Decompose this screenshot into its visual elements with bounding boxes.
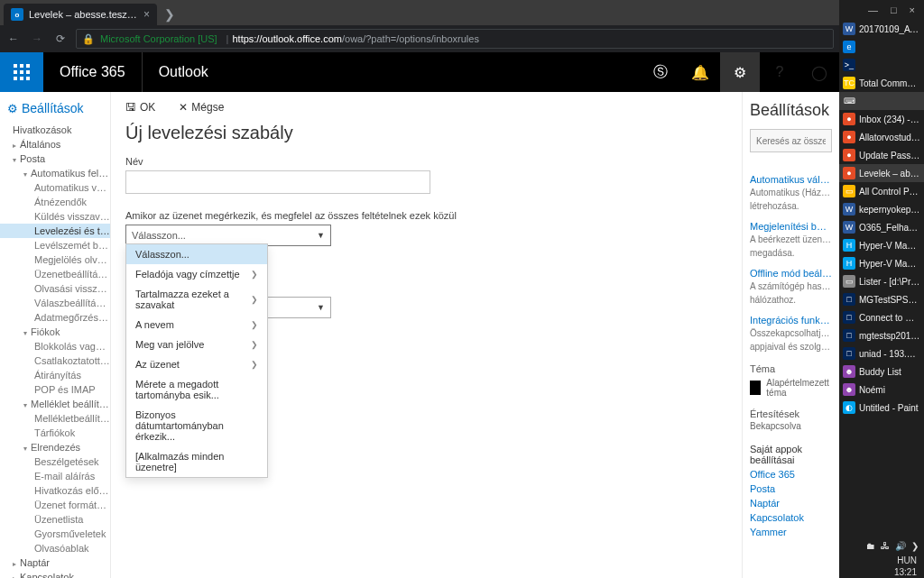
leftnav-item[interactable]: Adatmegőrzési házire bbox=[0, 310, 110, 325]
settings-gear-icon[interactable]: ⚙ bbox=[720, 52, 760, 92]
settings-shortcut-heading[interactable]: Offline mód beállításai bbox=[750, 268, 832, 279]
dropdown-item[interactable]: Meg van jelölve❯ bbox=[126, 335, 267, 354]
maximize-icon[interactable]: □ bbox=[891, 5, 897, 15]
taskbar-item[interactable]: e bbox=[839, 38, 924, 56]
leftnav-item[interactable]: Kapcsolatok bbox=[0, 570, 110, 578]
cancel-button[interactable]: ✕ Mégse bbox=[179, 101, 224, 114]
leftnav-item[interactable]: Olvasóablak bbox=[0, 541, 110, 555]
taskbar-item[interactable]: ◐Untitled - Paint bbox=[839, 399, 924, 417]
account-avatar[interactable]: ◯ bbox=[799, 52, 839, 92]
taskbar-item[interactable]: ☻Buddy List bbox=[839, 362, 924, 381]
leftnav-item[interactable]: Automatikus feldolgozá bbox=[0, 166, 110, 180]
leftnav-item[interactable]: Hivatkozás előnézete bbox=[0, 483, 110, 498]
notifications-icon[interactable]: 🔔 bbox=[680, 52, 720, 92]
leftnav-item[interactable]: Hivatkozások bbox=[0, 123, 110, 137]
leftnav-item[interactable]: Posta bbox=[0, 151, 110, 166]
back-button[interactable]: ← bbox=[5, 32, 22, 45]
leftnav-item[interactable]: Levelezési és takarítá bbox=[0, 224, 110, 238]
taskbar-item[interactable]: □MGTestSPS2016 o... bbox=[839, 290, 924, 308]
leftnav-item[interactable]: Melléklet beállításai bbox=[0, 397, 110, 411]
app-settings-link[interactable]: Office 365 bbox=[750, 469, 832, 480]
taskbar-item[interactable]: WO365_Felhasznalo... bbox=[839, 218, 924, 236]
taskbar-item[interactable]: ☻Noémi bbox=[839, 381, 924, 399]
dropdown-item[interactable]: Válasszon... bbox=[126, 244, 267, 264]
taskbar-item[interactable]: HHyper-V Manager bbox=[839, 254, 924, 272]
leftnav-item[interactable]: Válaszbeállítások bbox=[0, 296, 110, 310]
dropdown-item[interactable]: [Alkalmazás minden üzenetre] bbox=[126, 446, 267, 477]
leftnav-item[interactable]: Fiókok bbox=[0, 325, 110, 339]
tray-icon[interactable]: 🖧 bbox=[881, 541, 890, 551]
taskbar-item[interactable]: ●Levelek – abesse.t... bbox=[839, 164, 924, 182]
leftnav-item[interactable]: POP és IMAP bbox=[0, 382, 110, 397]
suite-brand[interactable]: Office 365 bbox=[43, 52, 143, 92]
leftnav-item[interactable]: Üzenet formátuma bbox=[0, 498, 110, 512]
browser-tab-active[interactable]: o Levelek – abesse.teszt@u × bbox=[4, 4, 157, 25]
app-settings-link[interactable]: Yammer bbox=[750, 527, 832, 537]
taskbar-item[interactable]: HHyper-V Manager bbox=[839, 236, 924, 254]
taskbar-item[interactable]: ●Inbox (234) - mes... bbox=[839, 110, 924, 128]
taskbar-item[interactable]: ⌨ bbox=[839, 92, 924, 110]
suite-app-name[interactable]: Outlook bbox=[143, 64, 225, 80]
leftnav-item[interactable]: Üzenetbeállítások bbox=[0, 267, 110, 281]
new-tab-button[interactable]: ❯ bbox=[157, 7, 182, 25]
leftnav-item[interactable]: Olvasási visszaigazolá bbox=[0, 281, 110, 296]
app-settings-link[interactable]: Naptár bbox=[750, 498, 832, 509]
taskbar-item[interactable]: W20170109_ATE-AB... bbox=[839, 20, 924, 38]
leftnav-item[interactable]: Naptár bbox=[0, 555, 110, 570]
tab-close-icon[interactable]: × bbox=[143, 8, 150, 21]
dropdown-item[interactable]: Tartalmazza ezeket a szavakat❯ bbox=[126, 284, 267, 315]
leftnav-item[interactable]: Elrendezés bbox=[0, 440, 110, 454]
close-window-icon[interactable]: × bbox=[910, 5, 915, 15]
leftnav-item[interactable]: Csatlakoztatott fiókok bbox=[0, 353, 110, 368]
tray-icon[interactable]: 🔊 bbox=[895, 541, 906, 551]
leftnav-item[interactable]: Beszélgetések bbox=[0, 454, 110, 469]
taskbar-item[interactable]: Wkepernyokepek.d... bbox=[839, 200, 924, 218]
taskbar-item[interactable]: ●Állatorvostudom... bbox=[839, 128, 924, 146]
dropdown-item[interactable]: Mérete a megadott tartományba esik... bbox=[126, 374, 267, 405]
leftnav-item[interactable]: Általános bbox=[0, 137, 110, 151]
dropdown-item[interactable]: A nevem❯ bbox=[126, 315, 267, 335]
input-language[interactable]: HUN bbox=[839, 555, 924, 566]
dropdown-item[interactable]: Bizonyos dátumtartományban érkezik... bbox=[126, 405, 267, 446]
app-settings-link[interactable]: Kapcsolatok bbox=[750, 512, 832, 523]
system-tray[interactable]: 🖿🖧🔊❯ bbox=[839, 537, 924, 555]
ok-button[interactable]: 🖫 OK bbox=[125, 101, 155, 114]
options-title[interactable]: ⚙ Beállítások bbox=[0, 97, 110, 123]
leftnav-item[interactable]: Átirányítás bbox=[0, 368, 110, 382]
help-icon[interactable]: ? bbox=[760, 52, 799, 92]
leftnav-item[interactable]: Küldés visszavonása bbox=[0, 209, 110, 224]
taskbar-item[interactable]: ▭Lister - [d:\Projec... bbox=[839, 272, 924, 290]
leftnav-item[interactable]: E-mail aláírás bbox=[0, 469, 110, 483]
taskbar-item[interactable]: >_ bbox=[839, 56, 924, 74]
taskbar-item[interactable]: ▭All Control Panel ... bbox=[839, 182, 924, 200]
taskbar-item[interactable]: TCTotal Commande... bbox=[839, 74, 924, 92]
app-settings-link[interactable]: Posta bbox=[750, 483, 832, 494]
taskbar-item[interactable]: □Connect to MGTe... bbox=[839, 308, 924, 326]
settings-shortcut-heading[interactable]: Automatikus válaszok bbox=[750, 174, 832, 185]
tray-icon[interactable]: 🖿 bbox=[866, 541, 875, 551]
taskbar-item[interactable]: ●Update Password... bbox=[839, 146, 924, 164]
leftnav-item[interactable]: Blokkolás vagy enged bbox=[0, 339, 110, 353]
dropdown-item[interactable]: Feladója vagy címzettje❯ bbox=[126, 264, 267, 284]
leftnav-item[interactable]: Levélszemét bejelenté bbox=[0, 238, 110, 252]
address-bar[interactable]: 🔒 Microsoft Corporation [US] | https://o… bbox=[76, 29, 834, 49]
theme-picker[interactable]: Alapértelmezett téma bbox=[750, 378, 832, 398]
leftnav-item[interactable]: Üzenetlista bbox=[0, 512, 110, 527]
skype-icon[interactable]: Ⓢ bbox=[641, 52, 680, 92]
taskbar-item[interactable]: □mgtestsp2016.de... bbox=[839, 326, 924, 344]
settings-search-input[interactable] bbox=[750, 129, 832, 152]
leftnav-item[interactable]: Átnézendők bbox=[0, 195, 110, 209]
settings-shortcut-heading[interactable]: Megjelenítési beállítások bbox=[750, 221, 832, 232]
leftnav-item[interactable]: Tárfiókok bbox=[0, 426, 110, 440]
leftnav-item[interactable]: Megjelölés olvasottké bbox=[0, 252, 110, 267]
minimize-icon[interactable]: — bbox=[868, 5, 878, 15]
dropdown-item[interactable]: Az üzenet❯ bbox=[126, 354, 267, 374]
rule-name-input[interactable] bbox=[125, 170, 430, 194]
taskbar-item[interactable]: □uniad - 193.6.204... bbox=[839, 344, 924, 362]
settings-shortcut-heading[interactable]: Integrációs funkciók kez bbox=[750, 315, 832, 326]
leftnav-item[interactable]: Automatikus válaszok bbox=[0, 180, 110, 195]
leftnav-item[interactable]: Mellékletbeállítások bbox=[0, 411, 110, 426]
forward-button[interactable]: → bbox=[29, 32, 45, 45]
leftnav-item[interactable]: Gyorsműveletek bbox=[0, 527, 110, 541]
clock[interactable]: 13:21 bbox=[839, 566, 924, 578]
